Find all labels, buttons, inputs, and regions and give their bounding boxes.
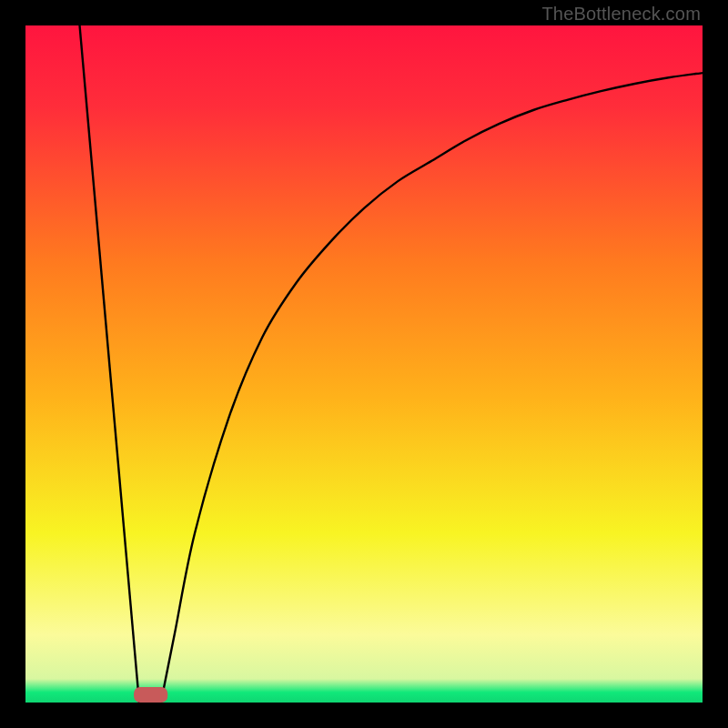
plot-area (25, 25, 703, 703)
watermark-text: TheBottleneck.com (541, 4, 701, 25)
outer-frame: TheBottleneck.com (0, 0, 728, 728)
curve-layer (25, 25, 703, 703)
minimum-marker (134, 687, 167, 703)
left-branch-line (80, 25, 139, 703)
right-branch-line (161, 73, 703, 703)
